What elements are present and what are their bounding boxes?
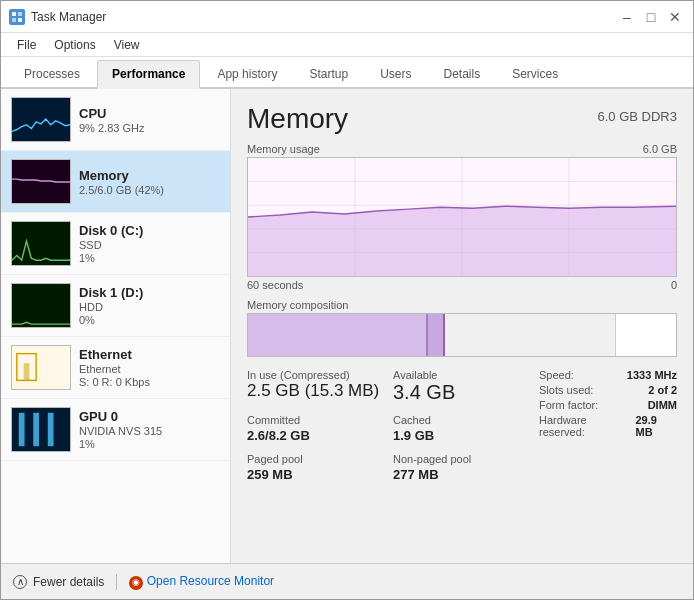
footer: ∧ Fewer details ◉ Open Resource Monitor <box>1 563 693 599</box>
gpu0-detail1: NVIDIA NVS 315 <box>79 425 220 437</box>
paged-pool-label: Paged pool <box>247 453 385 465</box>
comp-used <box>248 314 428 356</box>
sidebar-item-memory[interactable]: Memory 2.5/6.0 GB (42%) <box>1 151 230 213</box>
chart-label: Memory usage <box>247 143 320 155</box>
chart-max: 6.0 GB <box>643 143 677 155</box>
fewer-details-button[interactable]: ∧ Fewer details <box>13 575 104 589</box>
composition-bar <box>247 313 677 357</box>
disk0-detail1: SSD <box>79 239 220 251</box>
slots-value: 2 of 2 <box>648 384 677 396</box>
spec-group: Speed: 1333 MHz Slots used: 2 of 2 Form … <box>539 369 677 482</box>
tab-services[interactable]: Services <box>497 60 573 87</box>
disk1-thumbnail <box>11 283 71 328</box>
stat-paged-pool: Paged pool 259 MB <box>247 453 385 482</box>
svg-rect-3 <box>18 18 22 22</box>
spec-slots: Slots used: 2 of 2 <box>539 384 677 396</box>
memory-usage-chart <box>247 157 677 277</box>
sidebar-item-cpu[interactable]: CPU 9% 2.83 GHz <box>1 89 230 151</box>
spec-form: Form factor: DIMM <box>539 399 677 411</box>
memory-usage-chart-section: Memory usage 6.0 GB <box>247 143 677 291</box>
non-paged-pool-value: 277 MB <box>393 467 531 482</box>
main-panel: Memory 6.0 GB DDR3 Memory usage 6.0 GB <box>231 89 693 563</box>
comp-modified <box>428 314 445 356</box>
monitor-icon: ◉ <box>129 576 143 590</box>
non-paged-pool-label: Non-paged pool <box>393 453 531 465</box>
menu-file[interactable]: File <box>9 36 44 54</box>
disk1-detail1: HDD <box>79 301 220 313</box>
stat-non-paged-pool: Non-paged pool 277 MB <box>393 453 531 482</box>
sidebar-item-gpu0[interactable]: GPU 0 NVIDIA NVS 315 1% <box>1 399 230 461</box>
open-resource-monitor-link[interactable]: ◉ Open Resource Monitor <box>129 574 274 590</box>
main-header: Memory 6.0 GB DDR3 <box>247 103 677 135</box>
disk1-info: Disk 1 (D:) HDD 0% <box>79 285 220 326</box>
disk0-thumbnail <box>11 221 71 266</box>
disk1-detail2: 0% <box>79 314 220 326</box>
page-title: Memory <box>247 103 348 135</box>
title-bar-left: Task Manager <box>9 9 106 25</box>
paged-pool-value: 259 MB <box>247 467 385 482</box>
chart-time-row: 60 seconds 0 <box>247 279 677 291</box>
available-label: Available <box>393 369 531 381</box>
tab-users[interactable]: Users <box>365 60 426 87</box>
tab-app-history[interactable]: App history <box>202 60 292 87</box>
tab-bar: Processes Performance App history Startu… <box>1 57 693 89</box>
svg-rect-2 <box>12 18 16 22</box>
chart-time-start: 60 seconds <box>247 279 303 291</box>
cpu-detail: 9% 2.83 GHz <box>79 122 220 134</box>
disk0-detail2: 1% <box>79 252 220 264</box>
tab-performance[interactable]: Performance <box>97 60 200 89</box>
footer-separator <box>116 574 117 590</box>
gpu0-detail2: 1% <box>79 438 220 450</box>
spec-reserved: Hardware reserved: 29.9 MB <box>539 414 677 438</box>
committed-value: 2.6/8.2 GB <box>247 428 385 443</box>
title-bar: Task Manager – □ ✕ <box>1 1 693 33</box>
minimize-button[interactable]: – <box>617 7 637 27</box>
chevron-up-icon: ∧ <box>13 575 27 589</box>
window-title: Task Manager <box>31 10 106 24</box>
sidebar-item-disk0[interactable]: Disk 0 (C:) SSD 1% <box>1 213 230 275</box>
stat-available: Available 3.4 GB <box>393 369 531 404</box>
cpu-name: CPU <box>79 106 220 121</box>
close-button[interactable]: ✕ <box>665 7 685 27</box>
committed-label: Committed <box>247 414 385 426</box>
reserved-value: 29.9 MB <box>635 414 677 438</box>
memory-thumbnail <box>11 159 71 204</box>
sidebar: CPU 9% 2.83 GHz Memory 2.5/6.0 GB (42%) <box>1 89 231 563</box>
open-monitor-label: Open Resource Monitor <box>147 574 274 588</box>
content-area: CPU 9% 2.83 GHz Memory 2.5/6.0 GB (42%) <box>1 89 693 563</box>
form-label: Form factor: <box>539 399 598 411</box>
composition-label: Memory composition <box>247 299 677 311</box>
gpu0-info: GPU 0 NVIDIA NVS 315 1% <box>79 409 220 450</box>
stat-in-use: In use (Compressed) 2.5 GB (15.3 MB) <box>247 369 385 404</box>
memory-name: Memory <box>79 168 220 183</box>
spec-speed: Speed: 1333 MHz <box>539 369 677 381</box>
disk0-name: Disk 0 (C:) <box>79 223 220 238</box>
svg-marker-16 <box>248 206 676 276</box>
gpu0-name: GPU 0 <box>79 409 220 424</box>
tab-processes[interactable]: Processes <box>9 60 95 87</box>
sidebar-item-ethernet[interactable]: Ethernet Ethernet S: 0 R: 0 Kbps <box>1 337 230 399</box>
tab-details[interactable]: Details <box>428 60 495 87</box>
speed-value: 1333 MHz <box>627 369 677 381</box>
form-value: DIMM <box>648 399 677 411</box>
comp-standby <box>445 314 616 356</box>
ethernet-thumbnail <box>11 345 71 390</box>
sidebar-item-disk1[interactable]: Disk 1 (D:) HDD 0% <box>1 275 230 337</box>
disk1-name: Disk 1 (D:) <box>79 285 220 300</box>
menu-bar: File Options View <box>1 33 693 57</box>
speed-label: Speed: <box>539 369 574 381</box>
tab-startup[interactable]: Startup <box>294 60 363 87</box>
fewer-details-label: Fewer details <box>33 575 104 589</box>
menu-options[interactable]: Options <box>46 36 103 54</box>
composition-section: Memory composition <box>247 299 677 357</box>
chart-label-row: Memory usage 6.0 GB <box>247 143 677 155</box>
ethernet-name: Ethernet <box>79 347 220 362</box>
memory-spec: 6.0 GB DDR3 <box>598 109 677 124</box>
chart-time-end: 0 <box>671 279 677 291</box>
cached-label: Cached <box>393 414 531 426</box>
available-value: 3.4 GB <box>393 381 531 404</box>
maximize-button[interactable]: □ <box>641 7 661 27</box>
stat-committed: Committed 2.6/8.2 GB <box>247 414 385 443</box>
window-controls: – □ ✕ <box>617 7 685 27</box>
menu-view[interactable]: View <box>106 36 148 54</box>
